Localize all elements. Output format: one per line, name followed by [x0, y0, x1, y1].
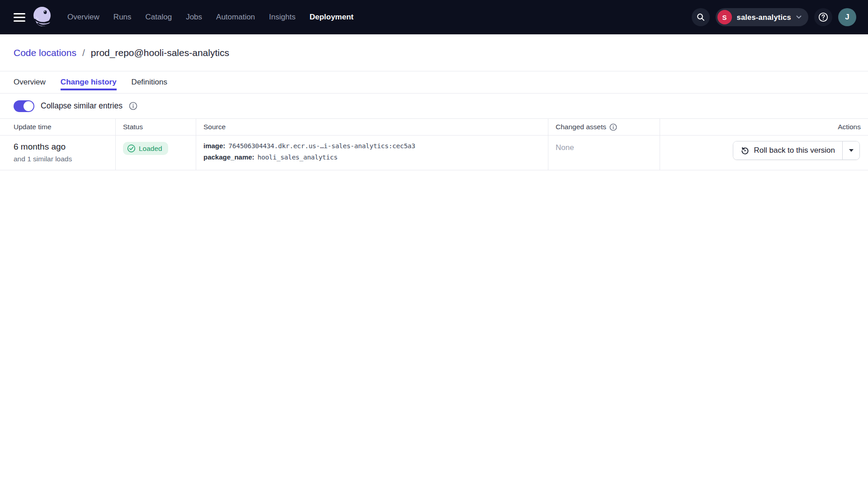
org-badge: S: [717, 10, 732, 24]
page: Overview Runs Catalog Jobs Automation In…: [0, 0, 868, 488]
changed-assets-value: None: [556, 142, 653, 152]
table-row: 6 months ago and 1 similar loads Loaded …: [0, 136, 868, 170]
status-badge: Loaded: [123, 142, 168, 155]
org-name: sales-analytics: [737, 13, 791, 22]
col-header-changed-assets: Changed assets: [548, 119, 660, 135]
similar-loads-note: and 1 similar loads: [14, 155, 109, 163]
chevron-down-icon: [796, 15, 802, 19]
search-icon[interactable]: [692, 8, 710, 26]
user-avatar[interactable]: J: [838, 8, 856, 26]
source-package-key: package_name:: [203, 153, 255, 161]
col-header-actions: Actions: [660, 119, 868, 135]
collapse-similar-entries-toggle[interactable]: [14, 100, 34, 112]
help-icon[interactable]: [814, 8, 832, 26]
col-header-status: Status: [115, 119, 196, 135]
status-label: Loaded: [139, 145, 162, 153]
rollback-button-label: Roll back to this version: [754, 146, 835, 155]
nav-item-runs[interactable]: Runs: [113, 13, 132, 22]
tab-change-history[interactable]: Change history: [61, 71, 117, 93]
cell-actions: Roll back to this version: [660, 136, 868, 170]
dagster-logo-icon[interactable]: [31, 5, 55, 29]
source-image-value: 764506304434.dkr.ecr.us-…i-sales-analyti…: [228, 142, 415, 150]
nav-links: Overview Runs Catalog Jobs Automation In…: [67, 13, 354, 22]
col-header-source: Source: [196, 119, 548, 135]
nav-item-overview[interactable]: Overview: [67, 13, 99, 22]
collapse-toggle-label: Collapse similar entries: [41, 101, 123, 111]
breadcrumb: Code locations / prod_repo@hooli-sales-a…: [0, 34, 868, 71]
nav-right-cluster: S sales-analytics J: [692, 8, 856, 26]
info-icon[interactable]: [129, 102, 137, 110]
nav-item-insights[interactable]: Insights: [269, 13, 296, 22]
top-nav: Overview Runs Catalog Jobs Automation In…: [0, 0, 868, 34]
cell-source: image: 764506304434.dkr.ecr.us-…i-sales-…: [196, 136, 548, 170]
empty-content-area: [0, 170, 868, 488]
rollback-split-button: Roll back to this version: [733, 141, 860, 160]
cell-update-time: 6 months ago and 1 similar loads: [0, 136, 115, 170]
cell-changed-assets: None: [548, 136, 660, 170]
tab-overview[interactable]: Overview: [14, 71, 46, 93]
org-switcher[interactable]: S sales-analytics: [716, 8, 808, 26]
update-time-value: 6 months ago: [14, 142, 109, 152]
breadcrumb-current: prod_repo@hooli-sales-analytics: [91, 47, 229, 58]
breadcrumb-separator: /: [82, 47, 85, 58]
tab-definitions[interactable]: Definitions: [132, 71, 167, 93]
info-icon[interactable]: [609, 123, 617, 131]
caret-down-icon: [849, 149, 854, 152]
tabs-bar: Overview Change history Definitions: [0, 71, 868, 94]
table-header: Update time Status Source Changed assets…: [0, 118, 868, 136]
source-package-value: hooli_sales_analytics: [258, 154, 338, 161]
rollback-button[interactable]: Roll back to this version: [733, 141, 842, 160]
nav-item-catalog[interactable]: Catalog: [146, 13, 172, 22]
breadcrumb-code-locations-link[interactable]: Code locations: [14, 47, 76, 58]
toolbar: Collapse similar entries: [0, 94, 868, 118]
source-image-key: image:: [203, 142, 225, 150]
rollback-dropdown-button[interactable]: [842, 141, 859, 160]
nav-item-deployment[interactable]: Deployment: [310, 13, 354, 22]
nav-item-jobs[interactable]: Jobs: [186, 13, 202, 22]
check-circle-icon: [127, 144, 136, 153]
col-header-update-time: Update time: [0, 119, 115, 135]
rollback-icon: [741, 146, 750, 155]
hamburger-icon[interactable]: [14, 13, 25, 22]
nav-item-automation[interactable]: Automation: [216, 13, 255, 22]
cell-status: Loaded: [115, 136, 196, 170]
